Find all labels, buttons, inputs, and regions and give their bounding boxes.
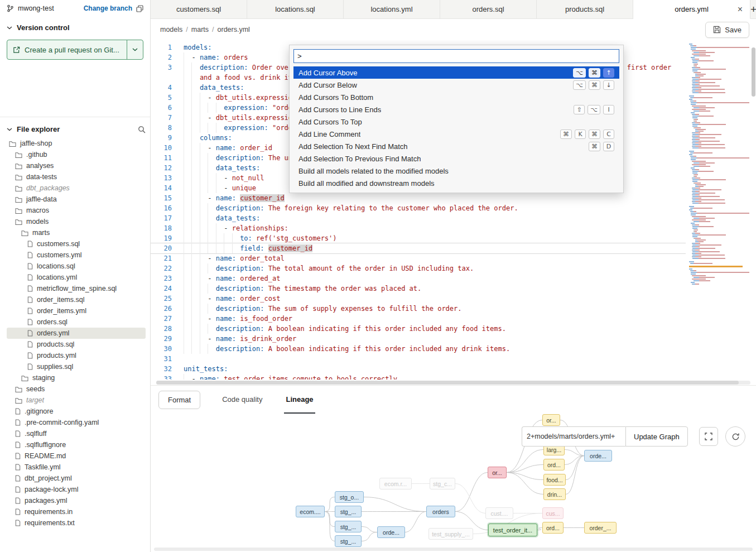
copy-icon[interactable]	[136, 5, 143, 12]
format-button[interactable]: Format	[158, 391, 200, 409]
lineage-node-or_pink[interactable]: or...	[488, 467, 507, 478]
code-line[interactable]: 30description: A boolean indicating if t…	[151, 344, 686, 354]
tree-file-customers.sql[interactable]: customers.sql	[7, 238, 146, 249]
code-line[interactable]: 27- name: is_food_order	[151, 314, 686, 324]
tree-file-locations.sql[interactable]: locations.sql	[7, 261, 146, 272]
fullscreen-button[interactable]	[699, 427, 718, 446]
palette-item[interactable]: Build all modified and downstream models	[293, 177, 619, 189]
tree-file-.pre-commit-config.yaml[interactable]: .pre-commit-config.yaml	[7, 417, 146, 428]
refresh-graph-button[interactable]	[725, 426, 745, 447]
palette-item[interactable]: Add Cursors To Bottom	[293, 91, 619, 103]
tree-folder-data-tests[interactable]: data-tests	[7, 171, 146, 183]
tree-folder-seeds[interactable]: seeds	[7, 383, 146, 395]
tree-file-requirements.txt[interactable]: requirements.txt	[7, 517, 146, 529]
palette-item[interactable]: Add Selection To Next Find Match⌘D	[293, 140, 619, 152]
tree-file-dbt_project.yml[interactable]: dbt_project.yml	[7, 473, 146, 484]
tree-file-README.md[interactable]: README.md	[7, 450, 146, 462]
lineage-node-ord_a[interactable]: ord...	[543, 459, 565, 471]
tree-file-products.yml[interactable]: products.yml	[7, 350, 146, 361]
tree-folder-jaffle-data[interactable]: jaffle-data	[7, 194, 146, 205]
tree-file-order_items.yml[interactable]: order_items.yml	[7, 305, 146, 316]
code-line[interactable]: 23- name: ordered_at	[151, 273, 686, 284]
minimap[interactable]	[689, 44, 749, 378]
file-explorer-header[interactable]: File explorer	[7, 122, 146, 137]
tree-file-orders.yml[interactable]: orders.yml	[7, 328, 146, 339]
code-line[interactable]: 26description: The sum of supply expense…	[151, 304, 686, 314]
palette-item[interactable]: Add Cursors to Line Ends⇧⌥I	[293, 103, 619, 116]
palette-item[interactable]: Add Cursors To Top	[293, 116, 619, 128]
tree-file-products.sql[interactable]: products.sql	[7, 339, 146, 350]
tree-file-orders.sql[interactable]: orders.sql	[7, 316, 146, 328]
tree-file-requirements.in[interactable]: requirements.in	[7, 506, 146, 517]
breadcrumb-item[interactable]: orders.yml	[218, 26, 250, 33]
tab-lineage[interactable]: Lineage	[284, 386, 315, 414]
lineage-node-or_top[interactable]: or...	[542, 414, 560, 426]
close-tab-icon[interactable]: ×	[738, 4, 743, 14]
save-button[interactable]: Save	[705, 22, 749, 38]
code-line[interactable]: 22description: The total amount of the o…	[151, 263, 686, 273]
tab-code-quality[interactable]: Code quality	[220, 386, 264, 414]
code-line[interactable]: 21- name: order_total	[151, 253, 686, 263]
create-pr-dropdown-button[interactable]	[127, 40, 143, 59]
tree-file-metricflow_time_spine.sql[interactable]: metricflow_time_spine.sql	[7, 283, 146, 294]
vertical-scrollbar[interactable]	[752, 47, 755, 97]
horizontal-scrollbar[interactable]	[156, 381, 750, 385]
tree-file-locations.yml[interactable]: locations.yml	[7, 272, 146, 283]
change-branch-link[interactable]: Change branch	[84, 4, 132, 12]
tree-file-.gitignore[interactable]: .gitignore	[7, 406, 146, 417]
command-palette-input[interactable]	[293, 49, 619, 63]
tree-folder-target[interactable]: target	[7, 395, 146, 406]
palette-item[interactable]: Build all models related to the modified…	[293, 165, 619, 177]
code-line[interactable]: 17data_tests:	[151, 213, 686, 223]
editor-tab-locations.yml[interactable]: locations.yml	[344, 0, 440, 18]
lineage-node-food[interactable]: food...	[543, 474, 566, 486]
lineage-node-stg_o[interactable]: stg_o...	[335, 491, 364, 503]
breadcrumb-item[interactable]: marts	[191, 26, 209, 33]
tree-file-.sqlfluffignore[interactable]: .sqlfluffignore	[7, 439, 146, 450]
lineage-node-stg_1[interactable]: stg_...	[335, 506, 362, 517]
update-graph-button[interactable]: Update Graph	[625, 426, 688, 447]
tree-folder-models[interactable]: models	[7, 216, 146, 227]
code-line[interactable]: 16description: The foreign key relating …	[151, 203, 686, 213]
code-line[interactable]: 28description: A boolean indicating if t…	[151, 324, 686, 334]
tree-folder-macros[interactable]: macros	[7, 205, 146, 216]
tree-file-.sqlfluff[interactable]: .sqlfluff	[7, 428, 146, 439]
lineage-node-ecom[interactable]: ecom....	[296, 506, 325, 517]
tree-file-order_items.sql[interactable]: order_items.sql	[7, 294, 146, 305]
tree-file-package-lock.yml[interactable]: package-lock.yml	[7, 484, 146, 495]
tree-folder-jaffle-shop[interactable]: jaffle-shop	[7, 138, 146, 149]
code-line[interactable]: 19to: ref('stg_customers')	[151, 233, 686, 243]
code-line[interactable]: 31	[151, 354, 686, 364]
tree-file-supplies.sql[interactable]: supplies.sql	[7, 361, 146, 372]
lineage-node-orde_b[interactable]: orde...	[377, 526, 405, 538]
lineage-selector-input[interactable]	[522, 426, 625, 447]
lineage-node-stg_2[interactable]: stg_...	[335, 521, 362, 532]
tree-file-customers.yml[interactable]: customers.yml	[7, 249, 146, 261]
new-tab-button[interactable]: +	[750, 0, 756, 18]
palette-item[interactable]: Add Cursor Above⌥⌘↑	[293, 66, 619, 79]
lineage-horizontal-scrollbar[interactable]	[154, 548, 753, 551]
editor-tab-products.sql[interactable]: products.sql	[537, 0, 633, 18]
create-pr-button[interactable]: Create a pull request on Git...	[7, 40, 127, 59]
search-icon[interactable]	[138, 126, 146, 133]
lineage-node-ecom_r[interactable]: ecom.r...	[379, 478, 412, 489]
palette-item[interactable]: Add Selection To Previous Find Match	[293, 152, 619, 165]
tree-folder-analyses[interactable]: analyses	[7, 160, 146, 171]
tree-folder-.github[interactable]: .github	[7, 149, 146, 160]
version-control-header[interactable]: Version control	[7, 20, 143, 35]
editor-tab-locations.sql[interactable]: locations.sql	[247, 0, 344, 18]
code-line[interactable]: 32unit_tests:	[151, 364, 686, 374]
breadcrumb-item[interactable]: models	[160, 26, 182, 33]
tree-folder-staging[interactable]: staging	[7, 372, 146, 383]
code-line[interactable]: 25- name: order_cost	[151, 294, 686, 304]
tree-file-Taskfile.yml[interactable]: Taskfile.yml	[7, 462, 146, 473]
code-line[interactable]: 33- name: test_order_items_compute_to_bo…	[151, 374, 686, 380]
code-line[interactable]: 15- name: customer_id	[151, 193, 686, 203]
lineage-node-stg_c[interactable]: stg_c...	[430, 478, 455, 489]
code-line[interactable]: 20field: customer_id	[151, 243, 686, 253]
lineage-node-tord[interactable]: test_order_it...	[488, 524, 537, 536]
palette-item[interactable]: Add Line Comment⌘K⌘C	[293, 128, 619, 140]
lineage-node-ordy[interactable]: order_...	[584, 522, 617, 534]
lineage-node-orders[interactable]: orders	[426, 506, 455, 517]
editor-tab-orders.sql[interactable]: orders.sql	[440, 0, 537, 18]
